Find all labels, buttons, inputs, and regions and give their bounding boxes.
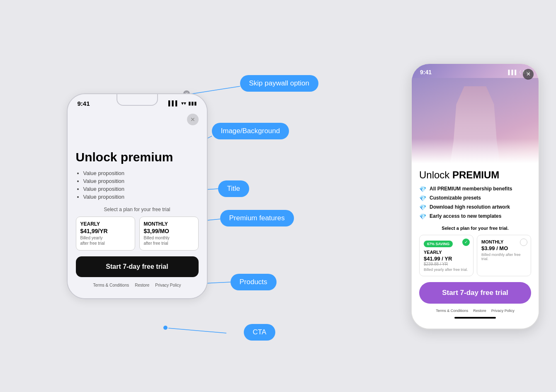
real-restore-link[interactable]: Restore: [473, 309, 486, 313]
real-features-list: 💎 All PREMIUM membership benefits 💎 Cust…: [419, 186, 531, 220]
close-button[interactable]: ✕: [187, 114, 199, 125]
value-prop-2: Value proposition: [83, 178, 199, 184]
value-prop-3: Value proposition: [83, 186, 199, 192]
real-footer-links: Terms & Conditions Restore Privacy Polic…: [419, 309, 531, 313]
monthly-plan-name: MONTHLY: [144, 221, 194, 227]
unlock-title: Unlock premium: [76, 150, 199, 164]
image-bg-annotation: Image/Background: [212, 123, 289, 139]
plan-select-label: Select a plan for your free trial: [76, 207, 199, 212]
real-yearly-price: $41.99 / YR: [424, 256, 469, 262]
battery-icon: ▮▮▮: [188, 100, 197, 106]
monthly-plan-desc: Billed monthlyafter free trial: [144, 235, 194, 246]
main-container: 9:41 ▌▌▌ ▾▾ ▮▮▮ ✕ Unlock premium: [0, 0, 556, 392]
real-monthly-price: $3.99 / MO: [481, 245, 527, 251]
premium-features-annotation: Premium features: [220, 210, 294, 226]
feature-item-4: 💎 Early access to new templates: [419, 213, 531, 220]
status-icons: ▌▌▌ ▾▾ ▮▮▮: [168, 100, 197, 106]
phone-content: ✕ Unlock premium Value proposition Value…: [68, 110, 207, 298]
diamond-icon-4: 💎: [419, 213, 426, 220]
real-privacy-link[interactable]: Privacy Policy: [491, 309, 515, 313]
yearly-plan-card[interactable]: YEARLY $41,99/YR Billed yearlyafter free…: [76, 217, 135, 251]
cta-dot-indicator: [163, 326, 168, 330]
title-annotation: Title: [218, 180, 250, 197]
real-yearly-name: YEARLY: [424, 250, 469, 255]
real-monthly-plan[interactable]: MONTHLY $3.99 / MO Billed monthly after …: [477, 235, 531, 276]
status-time: 9:41: [78, 100, 90, 107]
value-props-list: Value proposition Value proposition Valu…: [76, 170, 199, 200]
real-unlock-title: Unlock PREMIUM: [419, 169, 531, 181]
real-wifi-icon: 〈: [520, 69, 521, 75]
signal-icon: ▌▌▌: [168, 100, 179, 106]
real-yearly-plan[interactable]: 67% SAVING YEARLY $41.99 / YR $239.88 / …: [419, 235, 473, 276]
yearly-check-icon: ✓: [462, 239, 470, 246]
monthly-empty-circle: [520, 239, 527, 246]
hero-image-area: 9:41 ▌▌▌ 〈 ▮▮▮ ✕: [412, 64, 539, 163]
products-annotation: Products: [231, 274, 277, 290]
real-status-bar: 9:41 ▌▌▌ 〈 ▮▮▮: [412, 64, 539, 78]
real-close-button[interactable]: ✕: [523, 69, 534, 80]
close-btn-area: ✕: [76, 114, 199, 125]
skip-paywall-annotation: Skip paywall option: [240, 75, 319, 92]
svg-line-5: [168, 328, 226, 333]
feature-item-3: 💎 Download high resolution artwork: [419, 204, 531, 211]
real-terms-link[interactable]: Terms & Conditions: [436, 309, 468, 313]
feature-item-2: 💎 Customizable presets: [419, 195, 531, 202]
real-yearly-original: $239.88 / YR: [424, 262, 469, 266]
footer-links: Terms & Conditions Restore Privacy Polic…: [76, 283, 199, 290]
yearly-plan-price: $41,99/YR: [80, 228, 131, 234]
left-wrapper: 9:41 ▌▌▌ ▾▾ ▮▮▮ ✕ Unlock premium: [46, 26, 357, 366]
real-phone-content: Unlock PREMIUM 💎 All PREMIUM membership …: [412, 163, 539, 329]
monthly-plan-price: $3,99/MO: [144, 228, 194, 234]
right-section: 9:41 ▌▌▌ 〈 ▮▮▮ ✕ Unlock PREMIUM: [411, 63, 539, 329]
wireframe-phone: 9:41 ▌▌▌ ▾▾ ▮▮▮ ✕ Unlock premium: [67, 93, 208, 299]
real-plan-label: Select a plan for your free trial.: [419, 226, 531, 231]
real-monthly-desc: Billed monthly after free trial.: [481, 253, 527, 261]
feature-item-1: 💎 All PREMIUM membership benefits: [419, 186, 531, 192]
cta-annotation: CTA: [244, 324, 276, 341]
restore-link[interactable]: Restore: [135, 283, 149, 287]
phone-notch: [117, 94, 158, 106]
yearly-plan-name: YEARLY: [80, 221, 131, 227]
plans-row: YEARLY $41,99/YR Billed yearlyafter free…: [76, 217, 199, 251]
diamond-icon-1: 💎: [419, 186, 426, 192]
diamond-icon-3: 💎: [419, 204, 426, 211]
real-signal-icon: ▌▌▌: [508, 70, 518, 75]
saving-badge: 67% SAVING: [424, 241, 453, 247]
yearly-plan-desc: Billed yearlyafter free trial: [80, 235, 131, 246]
real-phone: 9:41 ▌▌▌ 〈 ▮▮▮ ✕ Unlock PREMIUM: [411, 63, 539, 329]
monthly-plan-card[interactable]: MONTHLY $3,99/MO Billed monthlyafter fre…: [139, 217, 199, 251]
terms-link[interactable]: Terms & Conditions: [93, 283, 129, 287]
cta-button[interactable]: Start 7-day free trial: [76, 256, 199, 277]
real-cta-button[interactable]: Start 7-day free trial: [419, 282, 531, 304]
privacy-link[interactable]: Privacy Policy: [155, 283, 181, 287]
diamond-icon-2: 💎: [419, 195, 426, 202]
value-prop-1: Value proposition: [83, 170, 199, 176]
value-prop-4: Value proposition: [83, 194, 199, 200]
real-yearly-desc: Billed yearly after free trial.: [424, 268, 469, 272]
svg-line-0: [187, 86, 240, 95]
real-plans-row: 67% SAVING YEARLY $41.99 / YR $239.88 / …: [419, 235, 531, 276]
wifi-icon: ▾▾: [181, 100, 186, 106]
left-section: 9:41 ▌▌▌ ▾▾ ▮▮▮ ✕ Unlock premium: [17, 26, 386, 366]
real-status-time: 9:41: [420, 69, 432, 75]
hero-image-overlay: [412, 139, 539, 163]
home-indicator: [454, 317, 496, 319]
